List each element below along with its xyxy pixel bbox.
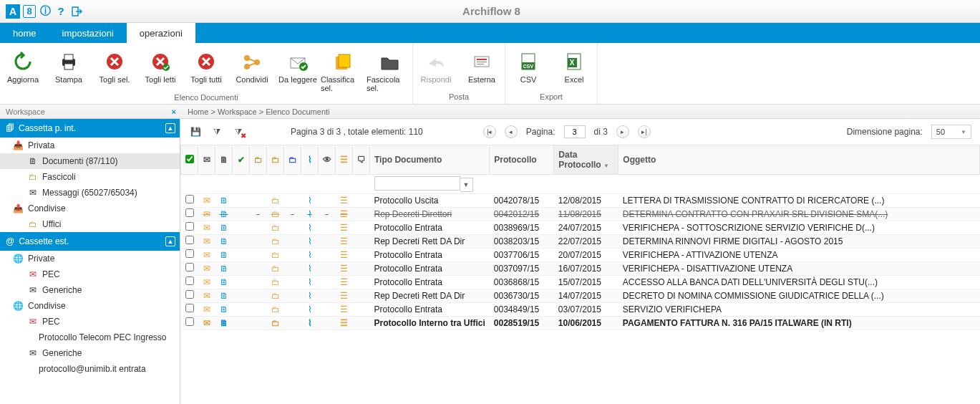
col-clip-icon[interactable]: ⌇ bbox=[301, 145, 319, 175]
table-row[interactable]: ✉🗎🗀⌇☰Protocollo Interno tra Uffici002851… bbox=[181, 316, 980, 330]
sidebar-item-documenti[interactable]: 🗎Documenti (87/110) bbox=[0, 153, 180, 169]
row-checkbox[interactable] bbox=[185, 195, 194, 203]
row-oggetto: DETERMINA RINNOVI FIRME DIGITALI - AGOST… bbox=[618, 234, 980, 248]
esterna-button[interactable]: Esterna bbox=[459, 47, 505, 84]
pager-first-button[interactable]: |◂ bbox=[483, 125, 496, 138]
info-icon[interactable]: ⓘ bbox=[39, 5, 52, 18]
row-checkbox[interactable] bbox=[185, 249, 194, 258]
fascicola-button[interactable]: Fascicola sel. bbox=[367, 47, 412, 92]
mail-icon: ✉ bbox=[27, 348, 38, 358]
col-oggetto[interactable]: Oggetto bbox=[618, 145, 980, 175]
row-sign-cell bbox=[233, 193, 250, 207]
row-checkbox[interactable] bbox=[185, 263, 194, 271]
sidebar-item-proto-unimib[interactable]: protocollo@unimib.it entrata bbox=[0, 361, 180, 377]
sidebar-item-private[interactable]: 🌐Private bbox=[0, 251, 180, 266]
filter-tipo-dropdown[interactable]: ▼ bbox=[460, 178, 473, 192]
share-icon bbox=[241, 50, 263, 73]
da-leggere-button[interactable]: Da leggere bbox=[275, 47, 321, 84]
sidebar-item-generiche2[interactable]: ✉Generiche bbox=[0, 345, 180, 361]
clear-filter-icon[interactable]: ⧩✖ bbox=[232, 125, 245, 138]
row-dash-cell bbox=[319, 221, 336, 234]
col-folder3-icon[interactable]: 🗀 bbox=[284, 145, 301, 175]
aggiorna-button[interactable]: Aggiorna bbox=[0, 47, 46, 84]
row-protocollo: 0037097/15 bbox=[490, 261, 554, 275]
sidebar-item-uffici[interactable]: 🗀Uffici bbox=[0, 216, 180, 232]
col-protocollo[interactable]: Protocollo bbox=[490, 145, 554, 175]
row-sign-cell bbox=[233, 207, 250, 221]
sidebar-item-generiche[interactable]: ✉Generiche bbox=[0, 282, 180, 298]
panel-cassette-est[interactable]: @ Cassette est. ▲ bbox=[0, 232, 180, 251]
pager-next-button[interactable]: ▸ bbox=[616, 125, 629, 138]
sidebar-item-pec2[interactable]: ✉PEC bbox=[0, 314, 180, 330]
sidebar-item-condivise2[interactable]: 🌐Condivise bbox=[0, 298, 180, 314]
tab-home[interactable]: home bbox=[0, 23, 49, 43]
panel-cassetta-int[interactable]: 🗐 Cassetta p. int. ▲ bbox=[0, 119, 180, 138]
row-checkbox[interactable] bbox=[185, 317, 194, 326]
row-checkbox[interactable] bbox=[185, 222, 194, 231]
tab-impostazioni[interactable]: impostazioni bbox=[49, 23, 127, 43]
filter-icon[interactable]: ⧩ bbox=[210, 125, 223, 138]
togli-letti-button[interactable]: Togli letti bbox=[137, 47, 183, 84]
sidebar-item-privata[interactable]: 📥Privata bbox=[0, 138, 180, 153]
help-icon[interactable]: ? bbox=[54, 5, 67, 18]
col-mail-icon[interactable]: ✉ bbox=[198, 145, 215, 175]
excel-button[interactable]: X Excel bbox=[551, 47, 597, 84]
row-dash-cell bbox=[284, 261, 301, 275]
row-checkbox[interactable] bbox=[185, 276, 194, 285]
pager-last-button[interactable]: ▸| bbox=[638, 125, 651, 138]
row-dash-cell bbox=[250, 193, 267, 207]
table-row[interactable]: ✉🗎🗀⌇☰Protocollo Entrata0036868/1515/07/2… bbox=[181, 275, 980, 289]
classifica-button[interactable]: Classifica sel. bbox=[321, 47, 367, 92]
workspace-close-icon[interactable]: × bbox=[172, 107, 176, 116]
col-data-protocollo[interactable]: Data Protocollo ▼ bbox=[554, 145, 618, 175]
condividi-button[interactable]: Condividi bbox=[229, 47, 275, 84]
row-dash-cell bbox=[284, 234, 301, 248]
col-sign-icon[interactable]: ✔ bbox=[233, 145, 250, 175]
stampa-button[interactable]: Stampa bbox=[46, 47, 92, 84]
row-checkbox[interactable] bbox=[185, 304, 194, 312]
col-note-icon[interactable]: 🗨 bbox=[353, 145, 370, 175]
content-area: 💾 ⧩ ⧩✖ Pagina 3 di 3 , totale elementi: … bbox=[180, 119, 980, 404]
sidebar-item-proto-telecom[interactable]: Protocollo Telecom PEC Ingresso bbox=[0, 330, 180, 345]
table-row[interactable]: ✉🗎🗀⌇☰Rep Decreti Rett DA Dir0036730/1514… bbox=[181, 289, 980, 302]
col-checkbox[interactable] bbox=[181, 145, 198, 175]
collapse-icon[interactable]: ▲ bbox=[165, 236, 175, 246]
row-lines-icon: ☰ bbox=[336, 207, 353, 221]
table-row[interactable]: ✉🗎🗀⌇☰Protocollo Entrata0034849/1503/07/2… bbox=[181, 302, 980, 316]
sidebar-item-fascicoli[interactable]: 🗀Fascicoli bbox=[0, 169, 180, 185]
sidebar-item-messaggi[interactable]: ✉Messaggi (65027/65034) bbox=[0, 185, 180, 201]
svg-rect-2 bbox=[64, 54, 73, 60]
row-lines-icon: ☰ bbox=[336, 302, 353, 316]
col-doc-icon[interactable]: 🗎 bbox=[215, 145, 233, 175]
breadcrumb[interactable]: Home > Workspace > Elenco Documenti bbox=[180, 107, 337, 116]
page-input[interactable] bbox=[564, 125, 586, 138]
col-folder2-icon[interactable]: 🗀 bbox=[267, 145, 284, 175]
tab-operazioni[interactable]: operazioni bbox=[127, 23, 195, 43]
row-checkbox[interactable] bbox=[185, 208, 194, 217]
exit-icon[interactable] bbox=[70, 5, 83, 18]
togli-tutti-button[interactable]: Togli tutti bbox=[183, 47, 229, 84]
csv-button[interactable]: CSV CSV bbox=[505, 47, 551, 84]
row-checkbox[interactable] bbox=[185, 290, 194, 299]
row-dash-cell: - bbox=[319, 207, 336, 221]
col-folder1-icon[interactable]: 🗀 bbox=[250, 145, 267, 175]
col-lines-icon[interactable]: ☰ bbox=[336, 145, 353, 175]
sidebar-item-pec[interactable]: ✉PEC bbox=[0, 266, 180, 282]
col-eye-icon[interactable]: 👁 bbox=[319, 145, 336, 175]
table-row[interactable]: ✉🗎-🗀-⌇-☰Rep Decreti Direttori0042012/151… bbox=[181, 207, 980, 221]
page-size-select[interactable]: 50 ▼ bbox=[931, 125, 971, 139]
table-row[interactable]: ✉🗎🗀⌇☰Rep Decreti Rett DA Dir0038203/1522… bbox=[181, 234, 980, 248]
table-row[interactable]: ✉🗎🗀⌇☰Protocollo Entrata0037706/1520/07/2… bbox=[181, 248, 980, 261]
collapse-icon[interactable]: ▲ bbox=[165, 123, 175, 133]
row-checkbox[interactable] bbox=[185, 236, 194, 244]
sidebar-item-condivise[interactable]: 📤Condivise bbox=[0, 201, 180, 216]
table-row[interactable]: ✉🗎🗀⌇☰Protocollo Entrata0037097/1516/07/2… bbox=[181, 261, 980, 275]
filter-tipo-input[interactable] bbox=[374, 176, 460, 191]
table-row[interactable]: ✉🗎🗀⌇☰Protocollo Uscita0042078/1512/08/20… bbox=[181, 193, 980, 207]
col-tipo[interactable]: Tipo Documento bbox=[370, 145, 490, 175]
row-protocollo: 0038969/15 bbox=[490, 221, 554, 234]
save-layout-icon[interactable]: 💾 bbox=[189, 125, 202, 138]
togli-sel-button[interactable]: Togli sel. bbox=[92, 47, 137, 84]
pager-prev-button[interactable]: ◂ bbox=[505, 125, 518, 138]
table-row[interactable]: ✉🗎🗀⌇☰Protocollo Entrata0038969/1524/07/2… bbox=[181, 221, 980, 234]
